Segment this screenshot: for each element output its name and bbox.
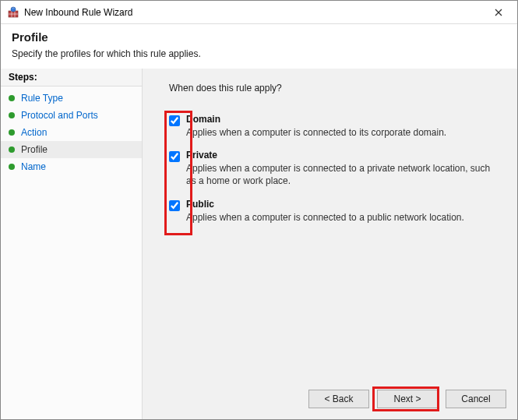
step-bullet-icon [9, 129, 15, 136]
step-name[interactable]: Name [1, 158, 142, 175]
step-rule-type[interactable]: Rule Type [1, 90, 142, 107]
step-action[interactable]: Action [1, 124, 142, 141]
window-title: New Inbound Rule Wizard [24, 7, 483, 18]
step-label: Rule Type [21, 93, 63, 104]
option-desc: Applies when a computer is connected to … [186, 211, 502, 224]
option-domain: Domain Applies when a computer is connec… [169, 114, 502, 139]
option-public: Public Applies when a computer is connec… [169, 199, 502, 224]
page-title: Profile [12, 30, 506, 44]
option-label: Public [186, 199, 502, 210]
step-label: Action [21, 127, 47, 138]
step-label: Protocol and Ports [21, 110, 98, 121]
step-label: Profile [21, 144, 48, 155]
next-button[interactable]: Next > [377, 390, 438, 408]
profile-options: Domain Applies when a computer is connec… [169, 114, 502, 224]
step-bullet-icon [9, 146, 15, 153]
option-label: Private [186, 150, 502, 161]
step-protocol-and-ports[interactable]: Protocol and Ports [1, 107, 142, 124]
step-bullet-icon [9, 164, 15, 170]
wizard-window: New Inbound Rule Wizard Profile Specify … [0, 0, 518, 420]
close-button[interactable] [483, 2, 514, 23]
step-label: Name [21, 161, 46, 172]
step-bullet-icon [9, 112, 15, 118]
step-bullet-icon [9, 95, 15, 101]
checkbox-domain[interactable] [169, 115, 180, 126]
question-text: When does this rule apply? [169, 83, 502, 94]
firewall-icon [7, 6, 19, 19]
step-profile[interactable]: Profile [1, 141, 142, 158]
back-button[interactable]: < Back [308, 390, 369, 408]
wizard-header: Profile Specify the profiles for which t… [1, 24, 517, 69]
option-desc: Applies when a computer is connected to … [186, 162, 502, 187]
option-desc: Applies when a computer is connected to … [186, 126, 502, 139]
steps-list: Rule Type Protocol and Ports Action Prof… [1, 86, 142, 178]
titlebar: New Inbound Rule Wizard [1, 1, 517, 24]
checkbox-private[interactable] [169, 151, 180, 162]
content-pane: When does this rule apply? Domain Applie… [143, 69, 517, 419]
option-private: Private Applies when a computer is conne… [169, 150, 502, 187]
steps-header: Steps: [1, 69, 142, 86]
wizard-body: Steps: Rule Type Protocol and Ports Acti… [1, 69, 517, 419]
cancel-button[interactable]: Cancel [446, 390, 506, 408]
button-row: < Back Next > Cancel [308, 390, 506, 408]
checkbox-public[interactable] [169, 200, 180, 211]
steps-pane: Steps: Rule Type Protocol and Ports Acti… [1, 69, 143, 419]
page-subtitle: Specify the profiles for which this rule… [12, 48, 506, 59]
option-label: Domain [186, 114, 502, 125]
